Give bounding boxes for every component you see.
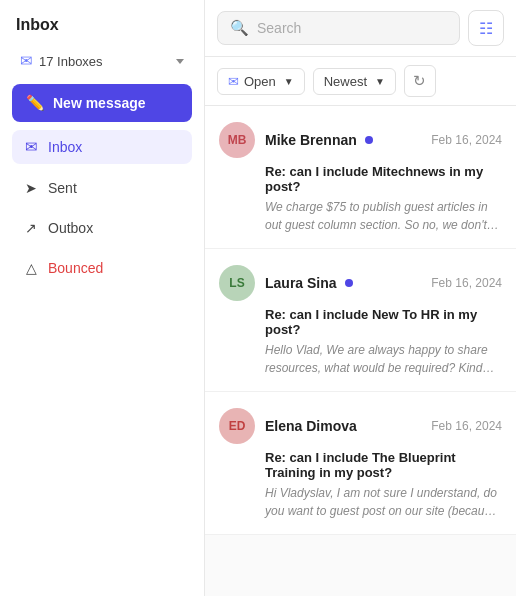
sort-filter-label: Newest bbox=[324, 74, 367, 89]
inbox-count: 17 Inboxes bbox=[39, 54, 170, 69]
message-subject: Re: can I include New To HR in my post? bbox=[219, 307, 502, 337]
search-input[interactable] bbox=[257, 20, 447, 36]
message-date: Feb 16, 2024 bbox=[431, 133, 502, 147]
avatar: MB bbox=[219, 122, 255, 158]
message-item[interactable]: ED Elena Dimova Feb 16, 2024 Re: can I i… bbox=[205, 392, 516, 535]
sender-name: Laura Sina bbox=[265, 275, 337, 291]
avatar: LS bbox=[219, 265, 255, 301]
search-icon: 🔍 bbox=[230, 19, 249, 37]
message-date: Feb 16, 2024 bbox=[431, 276, 502, 290]
inbox-nav-icon: ✉ bbox=[22, 138, 40, 156]
refresh-icon: ↻ bbox=[413, 72, 426, 90]
message-item[interactable]: LS Laura Sina Feb 16, 2024 Re: can I inc… bbox=[205, 249, 516, 392]
inbox-icon: ✉ bbox=[20, 52, 33, 70]
unread-dot bbox=[365, 136, 373, 144]
sender-info: Mike Brennan Feb 16, 2024 bbox=[265, 132, 502, 148]
sent-icon: ➤ bbox=[22, 180, 40, 196]
filter-button[interactable]: ☷ bbox=[468, 10, 504, 46]
status-chevron-icon: ▼ bbox=[284, 76, 294, 87]
sidebar-item-inbox[interactable]: ✉ Inbox bbox=[12, 130, 192, 164]
message-preview: Hi Vladyslav, I am not sure I understand… bbox=[219, 484, 502, 520]
sidebar-title: Inbox bbox=[12, 16, 192, 34]
avatar: ED bbox=[219, 408, 255, 444]
bounced-icon: △ bbox=[22, 260, 40, 276]
sidebar: Inbox ✉ 17 Inboxes ✏️ New message ✉ Inbo… bbox=[0, 0, 205, 596]
sender-name: Elena Dimova bbox=[265, 418, 357, 434]
new-message-button[interactable]: ✏️ New message bbox=[12, 84, 192, 122]
sidebar-item-bounced-label: Bounced bbox=[48, 260, 103, 276]
sidebar-item-bounced[interactable]: △ Bounced bbox=[12, 252, 192, 284]
message-item[interactable]: MB Mike Brennan Feb 16, 2024 Re: can I i… bbox=[205, 106, 516, 249]
message-preview: We charge $75 to publish guest articles … bbox=[219, 198, 502, 234]
main-panel: 🔍 ☷ ✉ Open ▼ Newest ▼ ↻ MB Mike Brennan bbox=[205, 0, 516, 596]
message-header: ED Elena Dimova Feb 16, 2024 bbox=[219, 408, 502, 444]
compose-icon: ✏️ bbox=[26, 94, 45, 112]
sender-info: Elena Dimova Feb 16, 2024 bbox=[265, 418, 502, 434]
sidebar-item-outbox-label: Outbox bbox=[48, 220, 93, 236]
sender-name: Mike Brennan bbox=[265, 132, 357, 148]
sidebar-item-sent-label: Sent bbox=[48, 180, 77, 196]
message-subject: Re: can I include The Blueprint Training… bbox=[219, 450, 502, 480]
outbox-icon: ↗ bbox=[22, 220, 40, 236]
sidebar-item-inbox-label: Inbox bbox=[48, 139, 82, 155]
sidebar-item-sent[interactable]: ➤ Sent bbox=[12, 172, 192, 204]
status-filter[interactable]: ✉ Open ▼ bbox=[217, 68, 305, 95]
filter-row: ✉ Open ▼ Newest ▼ ↻ bbox=[205, 57, 516, 106]
refresh-button[interactable]: ↻ bbox=[404, 65, 436, 97]
message-subject: Re: can I include Mitechnews in my post? bbox=[219, 164, 502, 194]
message-header: MB Mike Brennan Feb 16, 2024 bbox=[219, 122, 502, 158]
search-input-wrap[interactable]: 🔍 bbox=[217, 11, 460, 45]
messages-list: MB Mike Brennan Feb 16, 2024 Re: can I i… bbox=[205, 106, 516, 596]
inbox-dropdown[interactable]: ✉ 17 Inboxes bbox=[12, 46, 192, 76]
message-date: Feb 16, 2024 bbox=[431, 419, 502, 433]
sort-filter[interactable]: Newest ▼ bbox=[313, 68, 396, 95]
message-header: LS Laura Sina Feb 16, 2024 bbox=[219, 265, 502, 301]
message-preview: Hello Vlad, We are always happy to share… bbox=[219, 341, 502, 377]
chevron-down-icon bbox=[176, 59, 184, 64]
status-filter-icon: ✉ bbox=[228, 74, 239, 89]
new-message-label: New message bbox=[53, 95, 146, 111]
unread-dot bbox=[345, 279, 353, 287]
search-bar: 🔍 ☷ bbox=[205, 0, 516, 57]
sidebar-item-outbox[interactable]: ↗ Outbox bbox=[12, 212, 192, 244]
status-filter-label: Open bbox=[244, 74, 276, 89]
sender-info: Laura Sina Feb 16, 2024 bbox=[265, 275, 502, 291]
sort-chevron-icon: ▼ bbox=[375, 76, 385, 87]
filter-icon: ☷ bbox=[479, 19, 493, 38]
